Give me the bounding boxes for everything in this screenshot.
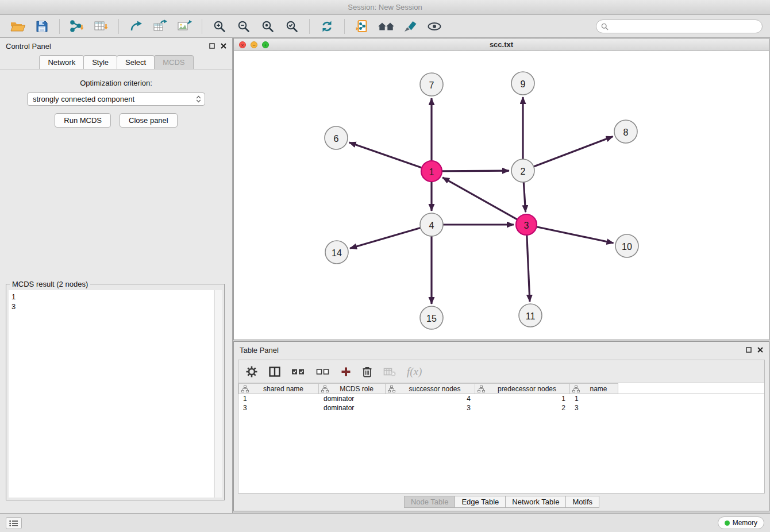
node-label: 6 [334,134,339,144]
table-cell[interactable]: dominator [319,403,386,413]
network-report-button[interactable] [353,17,371,36]
zoom-selected-button[interactable] [283,17,301,36]
zoom-selected-icon [285,20,299,33]
node-table-container: f(x) shared nameMCDS rolesuccessor nodes… [238,360,765,494]
network-window-titlebar[interactable]: scc.txt × − + [234,38,769,51]
style-button[interactable] [401,17,419,36]
table-cell[interactable]: 1 [475,394,570,403]
criterion-select[interactable]: strongly connected component [27,92,205,106]
table-toolbar: f(x) [238,360,764,383]
tab-motifs[interactable]: Motifs [565,496,599,508]
network-edge-4-14[interactable] [350,228,421,249]
column-header-successor-nodes[interactable]: successor nodes [386,383,475,394]
network-edge-3-1[interactable] [442,178,517,219]
table-row[interactable]: 3dominator323 [238,403,764,413]
network-node-15[interactable]: 15 [420,306,443,329]
save-floppy-icon [36,20,48,33]
tab-edge-table[interactable]: Edge Table [455,496,506,508]
select-all-icon[interactable] [291,367,305,376]
table-cell[interactable]: 4 [386,394,475,403]
homes-button[interactable] [377,17,395,36]
network-node-8[interactable]: 8 [614,120,637,143]
zoom-fit-button[interactable] [259,17,277,36]
window-title-bar[interactable]: Session: New Session [0,0,770,15]
toolbar-separator [118,19,119,34]
apply-layout-button[interactable] [318,17,336,36]
export-image-icon [177,20,192,33]
column-header-shared-name[interactable]: shared name [238,383,319,394]
zoom-fit-icon [261,20,275,33]
open-session-button[interactable] [9,17,27,36]
table-cell[interactable]: 1 [570,394,618,403]
node-label: 11 [526,311,536,321]
add-column-icon[interactable] [341,367,351,377]
memory-button[interactable]: Memory [718,516,764,529]
network-canvas[interactable]: 7968124314101511 [234,51,769,340]
import-table-button[interactable] [92,17,110,36]
network-node-2[interactable]: 2 [511,159,534,182]
network-node-14[interactable]: 14 [325,241,348,264]
network-search-box[interactable] [596,20,763,33]
network-edge-3-11[interactable] [527,235,530,302]
float-panel-icon[interactable] [209,43,215,49]
table-cell[interactable]: 3 [386,403,475,413]
network-edge-2-3[interactable] [523,182,525,212]
column-header-mcds-role[interactable]: MCDS role [319,383,386,394]
column-type-icon [478,385,485,392]
network-edge-2-8[interactable] [534,137,613,167]
table-cell[interactable]: 3 [570,403,618,413]
gear-icon[interactable] [245,365,258,378]
trash-icon[interactable] [362,366,372,377]
column-header-label: shared name [251,385,316,393]
optimization-criterion-label: Optimization criterion: [0,79,232,87]
table-cell[interactable]: 1 [238,394,319,403]
close-panel-icon[interactable] [757,347,763,353]
export-image-button[interactable] [175,17,194,36]
run-mcds-button[interactable]: Run MCDS [55,113,111,128]
node-label: 2 [521,167,526,176]
deselect-all-icon[interactable] [316,367,330,376]
new-network-button[interactable] [127,17,145,36]
tab-mcds[interactable]: MCDS [154,55,193,69]
mcds-result-text[interactable]: 13 [9,290,214,498]
network-node-9[interactable]: 9 [511,72,534,95]
network-edge-1-6[interactable] [349,142,422,168]
network-edge-1-2[interactable] [442,171,509,171]
network-node-7[interactable]: 7 [420,73,443,96]
close-panel-button[interactable]: Close panel [120,113,178,128]
zoom-out-button[interactable] [234,17,253,36]
network-node-4[interactable]: 4 [420,213,443,236]
result-scrollbar[interactable] [214,290,222,498]
delete-table-icon[interactable] [383,367,396,377]
column-type-icon [388,385,395,392]
tab-node-table[interactable]: Node Table [404,496,456,508]
network-node-3[interactable]: 3 [516,214,537,235]
table-row[interactable]: 1dominator411 [238,394,764,403]
close-panel-icon[interactable] [221,43,226,49]
network-node-11[interactable]: 11 [519,304,542,327]
zoom-in-button[interactable] [210,17,229,36]
panel-menu-button[interactable] [6,517,22,529]
tab-select[interactable]: Select [117,55,155,69]
network-edge-3-10[interactable] [537,227,614,243]
table-cell[interactable]: 3 [238,403,319,413]
table-cell[interactable]: 2 [475,403,570,413]
network-node-10[interactable]: 10 [615,234,638,257]
network-node-1[interactable]: 1 [421,161,442,182]
float-panel-icon[interactable] [746,347,752,353]
column-header-name[interactable]: name [570,383,618,394]
function-builder-icon[interactable]: f(x) [407,365,422,378]
columns-icon[interactable] [269,367,280,377]
network-node-6[interactable]: 6 [325,126,348,149]
tab-network-table[interactable]: Network Table [505,496,566,508]
new-table-button[interactable] [151,17,170,36]
search-input[interactable] [612,22,757,31]
tab-network[interactable]: Network [39,55,84,69]
graphics-details-button[interactable] [425,17,444,36]
column-header-predecessor-nodes[interactable]: predecessor nodes [475,383,570,394]
tab-style[interactable]: Style [83,55,117,69]
memory-status-icon [725,521,730,526]
table-cell[interactable]: dominator [319,394,386,403]
save-session-button[interactable] [33,17,51,36]
import-network-button[interactable] [68,17,86,36]
